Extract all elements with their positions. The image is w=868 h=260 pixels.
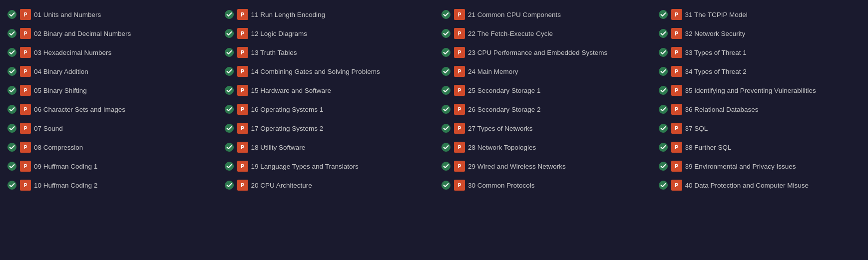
ppt-icon xyxy=(20,123,31,134)
list-item[interactable]: 22 The Fetch-Execute Cycle xyxy=(438,24,647,43)
list-item[interactable]: 23 CPU Performance and Embedded Systems xyxy=(438,43,647,62)
item-label: 31 The TCPIP Model xyxy=(685,11,748,18)
svg-point-38 xyxy=(659,162,667,171)
check-icon xyxy=(224,47,234,57)
list-item[interactable]: 31 The TCPIP Model xyxy=(655,5,865,24)
list-item[interactable]: 10 Huffman Coding 2 xyxy=(4,176,213,195)
list-item[interactable]: 38 Further SQL xyxy=(655,138,865,157)
list-item[interactable]: 03 Hexadecimal Numbers xyxy=(4,43,213,62)
list-item[interactable]: 34 Types of Threat 2 xyxy=(655,62,865,81)
svg-point-21 xyxy=(442,29,450,38)
list-item[interactable]: 19 Language Types and Translators xyxy=(221,157,431,176)
item-label: 12 Logic Diagrams xyxy=(251,30,308,37)
list-item[interactable]: 32 Network Security xyxy=(655,24,865,43)
list-item[interactable]: 24 Main Memory xyxy=(438,62,647,81)
svg-point-31 xyxy=(659,29,667,38)
check-icon xyxy=(7,142,17,152)
item-label: 06 Character Sets and Images xyxy=(34,106,125,113)
list-item[interactable]: 13 Truth Tables xyxy=(221,43,431,62)
list-item[interactable]: 40 Data Protection and Computer Misuse xyxy=(655,176,865,195)
check-icon xyxy=(441,123,451,133)
list-item[interactable]: 27 Types of Networks xyxy=(438,119,647,138)
ppt-icon xyxy=(671,28,682,39)
item-label: 37 SQL xyxy=(685,125,708,132)
ppt-icon xyxy=(454,85,465,96)
ppt-icon xyxy=(237,161,248,172)
check-icon xyxy=(441,66,451,76)
check-icon xyxy=(441,180,451,190)
list-item[interactable]: 14 Combining Gates and Solving Problems xyxy=(221,62,431,81)
svg-point-23 xyxy=(442,67,450,76)
item-label: 32 Network Security xyxy=(685,30,746,37)
check-icon xyxy=(7,66,17,76)
svg-point-10 xyxy=(225,10,233,19)
list-item[interactable]: 18 Utility Software xyxy=(221,138,431,157)
check-icon xyxy=(7,161,17,171)
list-item[interactable]: 08 Compression xyxy=(4,138,213,157)
item-label: 17 Operating Systems 2 xyxy=(251,125,324,132)
list-item[interactable]: 29 Wired and Wireless Networks xyxy=(438,157,647,176)
list-item[interactable]: 28 Network Topologies xyxy=(438,138,647,157)
check-icon xyxy=(224,142,234,152)
check-icon xyxy=(658,47,668,57)
list-item[interactable]: 39 Environmental and Privacy Issues xyxy=(655,157,865,176)
ppt-icon xyxy=(20,66,31,77)
list-item[interactable]: 09 Huffman Coding 1 xyxy=(4,157,213,176)
list-item[interactable]: 33 Types of Threat 1 xyxy=(655,43,865,62)
ppt-icon xyxy=(454,28,465,39)
check-icon xyxy=(441,85,451,95)
item-label: 03 Hexadecimal Numbers xyxy=(34,49,111,56)
list-item[interactable]: 04 Binary Addition xyxy=(4,62,213,81)
list-item[interactable]: 01 Units and Numbers xyxy=(4,5,213,24)
list-item[interactable]: 07 Sound xyxy=(4,119,213,138)
list-item[interactable]: 30 Common Protocols xyxy=(438,176,647,195)
list-item[interactable]: 25 Secondary Storage 1 xyxy=(438,81,647,100)
check-icon xyxy=(441,104,451,114)
item-label: 14 Combining Gates and Solving Problems xyxy=(251,68,380,75)
item-label: 13 Truth Tables xyxy=(251,49,297,56)
svg-point-5 xyxy=(8,105,16,114)
list-item[interactable]: 11 Run Length Encoding xyxy=(221,5,431,24)
check-icon xyxy=(441,9,451,19)
check-icon xyxy=(658,180,668,190)
list-item[interactable]: 35 Identifying and Preventing Vulnerabil… xyxy=(655,81,865,100)
list-item[interactable]: 21 Common CPU Components xyxy=(438,5,647,24)
ppt-icon xyxy=(237,47,248,58)
list-item[interactable]: 15 Hardware and Software xyxy=(221,81,431,100)
item-label: 01 Units and Numbers xyxy=(34,11,101,18)
ppt-icon xyxy=(20,161,31,172)
list-item[interactable]: 06 Character Sets and Images xyxy=(4,100,213,119)
ppt-icon xyxy=(454,123,465,134)
check-icon xyxy=(224,85,234,95)
list-item[interactable]: 26 Secondary Storage 2 xyxy=(438,100,647,119)
list-item[interactable]: 05 Binary Shifting xyxy=(4,81,213,100)
svg-point-2 xyxy=(8,48,16,57)
column-2: 11 Run Length Encoding 12 Logic Diagrams… xyxy=(217,5,434,255)
check-icon xyxy=(658,85,668,95)
svg-point-33 xyxy=(659,67,667,76)
list-item[interactable]: 37 SQL xyxy=(655,119,865,138)
list-item[interactable]: 36 Relational Databases xyxy=(655,100,865,119)
check-icon xyxy=(224,180,234,190)
ppt-icon xyxy=(671,104,682,115)
check-icon xyxy=(224,66,234,76)
check-icon xyxy=(441,142,451,152)
list-item[interactable]: 16 Operating Systems 1 xyxy=(221,100,431,119)
svg-point-39 xyxy=(659,181,667,190)
ppt-icon xyxy=(20,142,31,153)
list-item[interactable]: 12 Logic Diagrams xyxy=(221,24,431,43)
list-item[interactable]: 02 Binary and Decimal Numbers xyxy=(4,24,213,43)
ppt-icon xyxy=(671,180,682,191)
item-label: 02 Binary and Decimal Numbers xyxy=(34,30,131,37)
svg-point-8 xyxy=(8,162,16,171)
item-label: 08 Compression xyxy=(34,144,83,151)
ppt-icon xyxy=(671,142,682,153)
list-item[interactable]: 20 CPU Architecture xyxy=(221,176,431,195)
check-icon xyxy=(658,28,668,38)
ppt-icon xyxy=(671,85,682,96)
item-label: 27 Types of Networks xyxy=(468,125,533,132)
check-icon xyxy=(658,123,668,133)
item-label: 22 The Fetch-Execute Cycle xyxy=(468,30,553,37)
list-item[interactable]: 17 Operating Systems 2 xyxy=(221,119,431,138)
item-label: 24 Main Memory xyxy=(468,68,518,75)
